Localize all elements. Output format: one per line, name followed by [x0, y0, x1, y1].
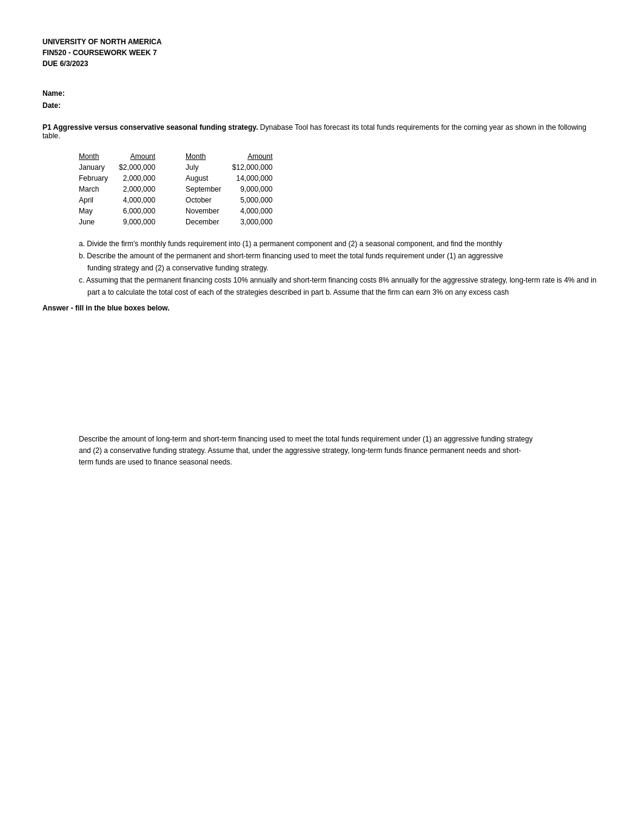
- amount-aug: 14,000,000: [232, 173, 291, 184]
- course-name: FIN520 - COURSEWORK WEEK 7: [42, 47, 602, 58]
- month-aug: August: [173, 173, 232, 184]
- col-header-month1: Month: [79, 151, 119, 162]
- month-nov: November: [173, 206, 232, 216]
- description-section: Describe the amount of long-term and sho…: [79, 434, 534, 469]
- amount-sep: 9,000,000: [232, 184, 291, 195]
- table-row: March 2,000,000 September 9,000,000: [79, 184, 291, 195]
- header-section: UNIVERSITY OF NORTH AMERICA FIN520 - COU…: [42, 36, 602, 69]
- table-container: Month Amount Month Amount January $2,000…: [79, 151, 602, 227]
- questions-section: a. Divide the firm's monthly funds requi…: [79, 238, 602, 298]
- col-header-month2: Month: [173, 151, 232, 162]
- name-label: Name:: [42, 87, 602, 99]
- question-b2: funding strategy and (2) a conservative …: [79, 263, 602, 273]
- amount-dec: 3,000,000: [232, 216, 291, 227]
- month-jan: January: [79, 162, 119, 173]
- amount-nov: 4,000,000: [232, 206, 291, 216]
- table-header-row: Month Amount Month Amount: [79, 151, 291, 162]
- month-jul: July: [173, 162, 232, 173]
- funds-table: Month Amount Month Amount January $2,000…: [79, 151, 291, 227]
- table-row: January $2,000,000 July $12,000,000: [79, 162, 291, 173]
- month-apr: April: [79, 195, 119, 206]
- amount-apr: 4,000,000: [119, 195, 173, 206]
- col-header-amount1: Amount: [119, 151, 173, 162]
- amount-may: 6,000,000: [119, 206, 173, 216]
- month-oct: October: [173, 195, 232, 206]
- description-text: Describe the amount of long-term and sho…: [79, 434, 534, 469]
- table-row: February 2,000,000 August 14,000,000: [79, 173, 291, 184]
- amount-feb: 2,000,000: [119, 173, 173, 184]
- due-date: DUE 6/3/2023: [42, 58, 602, 69]
- question-a: a. Divide the firm's monthly funds requi…: [79, 238, 602, 249]
- month-mar: March: [79, 184, 119, 195]
- problem-label: P1 Aggressive versus conservative season…: [42, 123, 258, 132]
- question-c: c. Assuming that the permanent financing…: [79, 275, 602, 286]
- col-header-amount2: Amount: [232, 151, 291, 162]
- problem-section: P1 Aggressive versus conservative season…: [42, 123, 602, 140]
- amount-jun: 9,000,000: [119, 216, 173, 227]
- name-date-section: Name: Date:: [42, 87, 602, 112]
- question-b: b. Describe the amount of the permanent …: [79, 250, 602, 261]
- problem-title: P1 Aggressive versus conservative season…: [42, 123, 602, 140]
- month-feb: February: [79, 173, 119, 184]
- month-may: May: [79, 206, 119, 216]
- amount-oct: 5,000,000: [232, 195, 291, 206]
- amount-jan: $2,000,000: [119, 162, 173, 173]
- month-dec: December: [173, 216, 232, 227]
- question-c2: part a to calculate the total cost of ea…: [79, 287, 602, 298]
- amount-mar: 2,000,000: [119, 184, 173, 195]
- table-row: May 6,000,000 November 4,000,000: [79, 206, 291, 216]
- answer-label: Answer - fill in the blue boxes below.: [42, 304, 602, 312]
- university-name: UNIVERSITY OF NORTH AMERICA: [42, 36, 602, 47]
- table-row: June 9,000,000 December 3,000,000: [79, 216, 291, 227]
- amount-jul: $12,000,000: [232, 162, 291, 173]
- table-row: April 4,000,000 October 5,000,000: [79, 195, 291, 206]
- month-sep: September: [173, 184, 232, 195]
- month-jun: June: [79, 216, 119, 227]
- date-label: Date:: [42, 99, 602, 112]
